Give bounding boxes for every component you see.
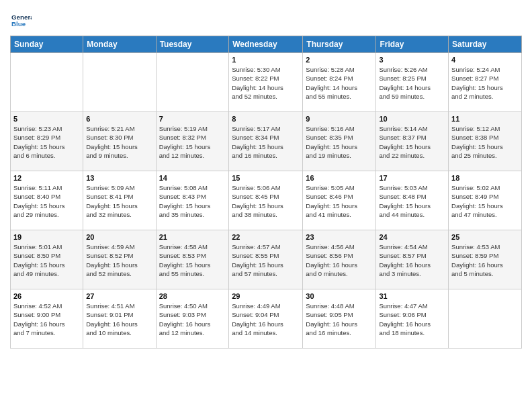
day-number: 14: [159, 174, 226, 182]
calendar-cell: 24Sunrise: 4:54 AM Sunset: 8:57 PM Dayli…: [376, 230, 449, 289]
calendar-cell: [449, 289, 522, 349]
calendar-header-row: SundayMondayTuesdayWednesdayThursdayFrid…: [11, 36, 522, 53]
day-number: 22: [232, 233, 300, 241]
calendar-cell: 23Sunrise: 4:56 AM Sunset: 8:56 PM Dayli…: [303, 230, 376, 289]
calendar-cell: [83, 53, 156, 112]
calendar-cell: 20Sunrise: 4:59 AM Sunset: 8:52 PM Dayli…: [83, 230, 156, 289]
day-info: Sunrise: 5:05 AM Sunset: 8:46 PM Dayligh…: [306, 183, 373, 219]
calendar-cell: 18Sunrise: 5:02 AM Sunset: 8:49 PM Dayli…: [449, 171, 522, 230]
calendar-cell: 9Sunrise: 5:16 AM Sunset: 8:35 PM Daylig…: [303, 112, 376, 171]
calendar-cell: 30Sunrise: 4:48 AM Sunset: 9:05 PM Dayli…: [303, 289, 376, 349]
day-info: Sunrise: 4:47 AM Sunset: 9:06 PM Dayligh…: [379, 302, 445, 337]
calendar-cell: 4Sunrise: 5:24 AM Sunset: 8:27 PM Daylig…: [449, 53, 522, 112]
calendar-body: 1Sunrise: 5:30 AM Sunset: 8:22 PM Daylig…: [11, 53, 522, 349]
day-info: Sunrise: 5:17 AM Sunset: 8:34 PM Dayligh…: [232, 124, 300, 160]
day-info: Sunrise: 4:54 AM Sunset: 8:57 PM Dayligh…: [379, 242, 445, 278]
day-header-wednesday: Wednesday: [229, 36, 303, 53]
calendar-cell: 6Sunrise: 5:21 AM Sunset: 8:30 PM Daylig…: [83, 112, 156, 171]
logo-icon: General Blue: [11, 10, 32, 30]
day-number: 29: [232, 292, 300, 300]
day-number: 18: [451, 174, 519, 182]
day-number: 26: [13, 292, 80, 300]
day-header-monday: Monday: [83, 36, 156, 53]
calendar-cell: 29Sunrise: 4:49 AM Sunset: 9:04 PM Dayli…: [229, 289, 303, 349]
day-info: Sunrise: 4:52 AM Sunset: 9:00 PM Dayligh…: [13, 302, 80, 337]
calendar-cell: 3Sunrise: 5:26 AM Sunset: 8:25 PM Daylig…: [376, 53, 449, 112]
svg-text:Blue: Blue: [11, 20, 26, 28]
day-number: 8: [232, 115, 300, 123]
day-number: 25: [451, 233, 519, 241]
day-info: Sunrise: 5:28 AM Sunset: 8:24 PM Dayligh…: [306, 65, 373, 101]
calendar-week-2: 5Sunrise: 5:23 AM Sunset: 8:29 PM Daylig…: [11, 112, 522, 171]
day-info: Sunrise: 5:02 AM Sunset: 8:49 PM Dayligh…: [451, 183, 519, 219]
day-info: Sunrise: 4:48 AM Sunset: 9:05 PM Dayligh…: [306, 302, 373, 337]
day-info: Sunrise: 5:09 AM Sunset: 8:41 PM Dayligh…: [86, 183, 152, 219]
day-info: Sunrise: 5:16 AM Sunset: 8:35 PM Dayligh…: [306, 124, 373, 160]
day-number: 30: [306, 292, 373, 300]
day-number: 19: [13, 233, 80, 241]
calendar-cell: 5Sunrise: 5:23 AM Sunset: 8:29 PM Daylig…: [11, 112, 83, 171]
day-info: Sunrise: 4:49 AM Sunset: 9:04 PM Dayligh…: [232, 302, 300, 337]
day-header-friday: Friday: [376, 36, 449, 53]
day-info: Sunrise: 5:21 AM Sunset: 8:30 PM Dayligh…: [86, 124, 152, 160]
day-number: 17: [379, 174, 445, 182]
day-info: Sunrise: 4:57 AM Sunset: 8:55 PM Dayligh…: [232, 242, 300, 278]
day-number: 16: [306, 174, 373, 182]
calendar-cell: 11Sunrise: 5:12 AM Sunset: 8:38 PM Dayli…: [449, 112, 522, 171]
calendar-week-5: 26Sunrise: 4:52 AM Sunset: 9:00 PM Dayli…: [11, 289, 522, 349]
day-number: 9: [306, 115, 373, 123]
day-info: Sunrise: 4:50 AM Sunset: 9:03 PM Dayligh…: [159, 302, 226, 337]
calendar-cell: 28Sunrise: 4:50 AM Sunset: 9:03 PM Dayli…: [156, 289, 229, 349]
calendar-cell: 13Sunrise: 5:09 AM Sunset: 8:41 PM Dayli…: [83, 171, 156, 230]
calendar-cell: 19Sunrise: 5:01 AM Sunset: 8:50 PM Dayli…: [11, 230, 83, 289]
day-header-saturday: Saturday: [449, 36, 522, 53]
calendar-week-3: 12Sunrise: 5:11 AM Sunset: 8:40 PM Dayli…: [11, 171, 522, 230]
calendar-cell: 31Sunrise: 4:47 AM Sunset: 9:06 PM Dayli…: [376, 289, 449, 349]
svg-text:General: General: [11, 13, 32, 21]
calendar-cell: 17Sunrise: 5:03 AM Sunset: 8:48 PM Dayli…: [376, 171, 449, 230]
calendar-cell: 21Sunrise: 4:58 AM Sunset: 8:53 PM Dayli…: [156, 230, 229, 289]
page-header: General Blue: [10, 10, 522, 30]
day-number: 1: [232, 56, 300, 64]
calendar-cell: [11, 53, 83, 112]
day-info: Sunrise: 4:58 AM Sunset: 8:53 PM Dayligh…: [159, 242, 226, 278]
day-number: 21: [159, 233, 226, 241]
day-number: 20: [86, 233, 152, 241]
day-info: Sunrise: 5:08 AM Sunset: 8:43 PM Dayligh…: [159, 183, 226, 219]
logo: General Blue: [10, 10, 32, 30]
calendar-cell: 12Sunrise: 5:11 AM Sunset: 8:40 PM Dayli…: [11, 171, 83, 230]
day-info: Sunrise: 5:14 AM Sunset: 8:37 PM Dayligh…: [379, 124, 445, 160]
day-info: Sunrise: 5:24 AM Sunset: 8:27 PM Dayligh…: [451, 65, 519, 101]
calendar-cell: 15Sunrise: 5:06 AM Sunset: 8:45 PM Dayli…: [229, 171, 303, 230]
day-number: 24: [379, 233, 445, 241]
calendar-cell: [156, 53, 229, 112]
day-number: 12: [13, 174, 80, 182]
day-number: 2: [306, 56, 373, 64]
day-info: Sunrise: 5:03 AM Sunset: 8:48 PM Dayligh…: [379, 183, 445, 219]
day-number: 10: [379, 115, 445, 123]
day-number: 4: [451, 56, 519, 64]
day-header-tuesday: Tuesday: [156, 36, 229, 53]
calendar-cell: 25Sunrise: 4:53 AM Sunset: 8:59 PM Dayli…: [449, 230, 522, 289]
day-info: Sunrise: 4:56 AM Sunset: 8:56 PM Dayligh…: [306, 242, 373, 278]
calendar-cell: 2Sunrise: 5:28 AM Sunset: 8:24 PM Daylig…: [303, 53, 376, 112]
day-info: Sunrise: 5:06 AM Sunset: 8:45 PM Dayligh…: [232, 183, 300, 219]
calendar-cell: 16Sunrise: 5:05 AM Sunset: 8:46 PM Dayli…: [303, 171, 376, 230]
day-info: Sunrise: 5:26 AM Sunset: 8:25 PM Dayligh…: [379, 65, 445, 101]
day-header-thursday: Thursday: [303, 36, 376, 53]
calendar-cell: 7Sunrise: 5:19 AM Sunset: 8:32 PM Daylig…: [156, 112, 229, 171]
day-info: Sunrise: 5:11 AM Sunset: 8:40 PM Dayligh…: [13, 183, 80, 219]
day-number: 13: [86, 174, 152, 182]
calendar-cell: 27Sunrise: 4:51 AM Sunset: 9:01 PM Dayli…: [83, 289, 156, 349]
calendar-cell: 8Sunrise: 5:17 AM Sunset: 8:34 PM Daylig…: [229, 112, 303, 171]
day-number: 7: [159, 115, 226, 123]
calendar-cell: 22Sunrise: 4:57 AM Sunset: 8:55 PM Dayli…: [229, 230, 303, 289]
day-header-sunday: Sunday: [11, 36, 83, 53]
day-info: Sunrise: 5:19 AM Sunset: 8:32 PM Dayligh…: [159, 124, 226, 160]
day-number: 11: [451, 115, 519, 123]
calendar-cell: 14Sunrise: 5:08 AM Sunset: 8:43 PM Dayli…: [156, 171, 229, 230]
day-number: 3: [379, 56, 445, 64]
day-info: Sunrise: 5:01 AM Sunset: 8:50 PM Dayligh…: [13, 242, 80, 278]
day-info: Sunrise: 4:53 AM Sunset: 8:59 PM Dayligh…: [451, 242, 519, 278]
day-info: Sunrise: 4:59 AM Sunset: 8:52 PM Dayligh…: [86, 242, 152, 278]
